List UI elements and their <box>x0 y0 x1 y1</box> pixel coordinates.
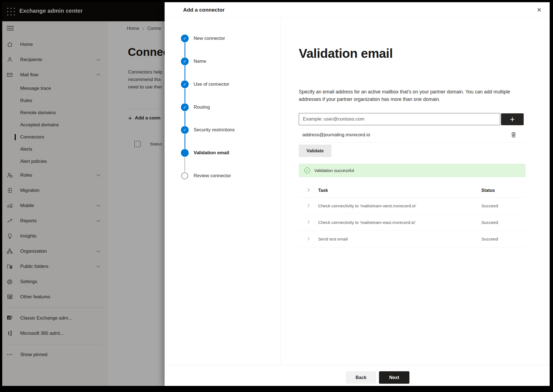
stepper-content-divider <box>281 17 281 365</box>
panel-title: Add a connector <box>183 7 225 13</box>
status-cell: Succeed <box>481 220 498 225</box>
step-label: New connector <box>194 36 225 41</box>
table-header-row: Task Status <box>299 184 526 198</box>
step-complete-icon: ✓ <box>181 103 189 111</box>
task-cell: Check connectivity to 'mailstream-west.m… <box>318 203 416 208</box>
step-complete-icon: ✓ <box>181 35 189 42</box>
step-label: Review connector <box>194 173 231 179</box>
expand-row-chevron-icon[interactable] <box>306 220 310 224</box>
added-address-value: address@journaling.mxrecord.io <box>302 132 370 138</box>
step-current-icon <box>181 149 189 157</box>
validation-task-row: Check connectivity to 'mailstream-east.m… <box>299 214 526 231</box>
step-upcoming-icon <box>181 173 188 179</box>
wizard-step-routing[interactable]: ✓Routing <box>165 100 275 115</box>
step-label: Security restrictions <box>194 127 235 133</box>
validation-results-table: Task Status Check connectivity to 'mails… <box>299 184 526 247</box>
trash-icon <box>511 132 516 138</box>
email-address-input[interactable] <box>299 113 500 125</box>
step-label: Use of connector <box>194 82 229 87</box>
app-window: Exchange admin center HomeRecipientsMail… <box>2 2 550 386</box>
task-cell: Check connectivity to 'mailstream-east.m… <box>318 220 416 225</box>
footer-divider <box>165 365 550 365</box>
expand-all-chevron-icon[interactable] <box>306 188 310 192</box>
wizard-step-validation-email[interactable]: Validation email <box>165 145 275 160</box>
modal-dim-overlay <box>2 2 165 386</box>
status-column-header: Status <box>481 188 495 193</box>
back-button[interactable]: Back <box>346 371 376 384</box>
step-description: Specify an email address for an active m… <box>299 88 510 103</box>
added-address-row: address@journaling.mxrecord.io <box>299 127 526 143</box>
wizard-step-new-connector[interactable]: ✓New connector <box>165 31 275 46</box>
task-column-header: Task <box>318 188 328 193</box>
expand-row-chevron-icon[interactable] <box>306 204 310 207</box>
wizard-step-security-restrictions[interactable]: ✓Security restrictions <box>165 122 275 137</box>
add-connector-panel: Add a connector × ✓New connector✓Name✓Us… <box>165 2 550 386</box>
validation-success-banner: ✓ Validation successful <box>299 164 526 177</box>
wizard-step-use-of-connector[interactable]: ✓Use of connector <box>165 77 275 92</box>
validate-button[interactable]: Validate <box>299 145 331 157</box>
status-cell: Succeed <box>481 203 498 208</box>
delete-address-button[interactable] <box>510 131 517 139</box>
panel-header-divider <box>165 17 550 17</box>
status-cell: Succeed <box>481 237 498 242</box>
screenshot-frame: Exchange admin center HomeRecipientsMail… <box>0 0 553 392</box>
close-icon[interactable]: × <box>534 4 545 15</box>
validation-task-row: Send test emailSucceed <box>299 231 526 247</box>
next-button[interactable]: Next <box>379 371 409 384</box>
banner-text: Validation successful <box>314 168 354 173</box>
expand-row-chevron-icon[interactable] <box>306 237 310 241</box>
wizard-step-review-connector[interactable]: Review connector <box>165 168 275 183</box>
step-label: Routing <box>194 104 210 110</box>
step-heading: Validation email <box>299 46 393 61</box>
step-complete-icon: ✓ <box>181 58 189 65</box>
step-complete-icon: ✓ <box>181 126 189 134</box>
validation-task-row: Check connectivity to 'mailstream-west.m… <box>299 198 526 214</box>
add-address-button[interactable]: + <box>501 113 524 125</box>
task-cell: Send test email <box>318 237 348 242</box>
plus-icon: + <box>510 115 515 124</box>
step-label: Validation email <box>194 150 229 156</box>
success-check-icon: ✓ <box>304 168 310 173</box>
step-complete-icon: ✓ <box>181 80 189 88</box>
step-label: Name <box>194 59 206 64</box>
wizard-step-name[interactable]: ✓Name <box>165 54 275 69</box>
